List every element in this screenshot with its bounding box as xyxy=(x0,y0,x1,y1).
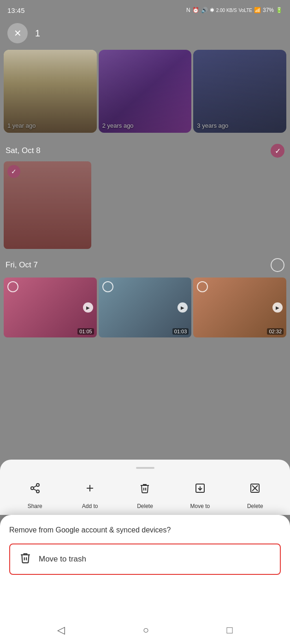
svg-point-1 xyxy=(31,487,34,490)
status-bar: 13:45 N ⏰ 🔊 ✱ 2.00 KB/S VoLTE 📶 37% 🔋 xyxy=(0,0,290,20)
move-label: Move to xyxy=(190,503,210,509)
video-play-icon-3: ▶ xyxy=(272,302,283,313)
photo-select-dot[interactable]: ✓ xyxy=(7,165,20,178)
move-to-trash-label: Move to trash xyxy=(39,555,86,564)
svg-line-4 xyxy=(33,486,36,488)
video-play-icon-1: ▶ xyxy=(83,302,93,313)
memory-label-1: 1 year ago xyxy=(7,122,36,129)
video-thumb-1[interactable]: ▶ 01:05 xyxy=(4,278,97,337)
video-duration-2: 01:03 xyxy=(172,328,189,335)
action-move[interactable]: Move to xyxy=(188,476,212,509)
memories-row: 1 year ago 2 years ago 3 years ago xyxy=(4,50,286,133)
signal-icon: 📶 xyxy=(254,7,261,13)
network-icon: VoLTE xyxy=(239,8,252,13)
status-time: 13:45 xyxy=(7,6,25,14)
back-button[interactable]: ◁ xyxy=(57,624,65,636)
section-header-fri: Fri, Oct 7 xyxy=(0,253,290,276)
video-select-dot-1[interactable] xyxy=(7,281,18,292)
data-speed: 2.00 KB/S xyxy=(216,8,237,13)
svg-point-2 xyxy=(36,490,39,493)
action-sheet: Share Add to Delete xyxy=(0,460,290,515)
memories-section: 1 year ago 2 years ago 3 years ago xyxy=(0,46,290,138)
video-thumb-3[interactable]: ▶ 02:32 xyxy=(193,278,286,337)
action-delete2[interactable]: Delete xyxy=(243,476,267,509)
status-icons: N ⏰ 🔊 ✱ 2.00 KB/S VoLTE 📶 37% 🔋 xyxy=(186,7,283,13)
selection-count: 1 xyxy=(35,28,40,39)
section-date-fri: Fri, Oct 7 xyxy=(6,260,38,270)
bluetooth-icon: 🔊 xyxy=(201,7,208,13)
choco-image xyxy=(99,50,192,133)
memory-thumb-2[interactable]: 2 years ago xyxy=(99,50,192,133)
delete-label: Delete xyxy=(137,503,153,509)
close-icon: ✕ xyxy=(14,28,22,39)
battery-percent: 37% xyxy=(263,7,274,13)
alarm-icon: ⏰ xyxy=(192,7,199,13)
top-bar: ✕ 1 xyxy=(0,20,290,46)
section-header-sat: Sat, Oct 8 ✓ xyxy=(0,138,290,161)
battery-icon: 🔋 xyxy=(276,7,283,13)
action-delete[interactable]: Delete xyxy=(133,476,157,509)
clothes-image xyxy=(193,50,286,133)
video-select-dot-3[interactable] xyxy=(197,281,208,292)
delete-icon xyxy=(133,476,157,500)
home-button[interactable]: ○ xyxy=(143,624,149,636)
action-add[interactable]: Add to xyxy=(78,476,102,509)
memory-label-2: 2 years ago xyxy=(102,122,134,129)
svg-line-3 xyxy=(33,489,36,491)
house-image xyxy=(4,50,97,133)
svg-point-0 xyxy=(36,484,39,486)
delete2-icon xyxy=(243,476,267,500)
video-duration-1: 01:05 xyxy=(77,328,94,335)
photo-grid-sat: ✓ xyxy=(0,161,290,249)
move-icon xyxy=(188,476,212,500)
video-duration-3: 02:32 xyxy=(267,328,284,335)
share-label: Share xyxy=(28,503,42,509)
share-icon xyxy=(23,476,47,500)
section-date-sat: Sat, Oct 8 xyxy=(6,146,41,155)
move-to-trash-button[interactable]: Move to trash xyxy=(9,544,281,575)
nav-bar: ◁ ○ □ xyxy=(0,616,290,644)
trash-icon xyxy=(19,552,31,567)
action-sheet-icons: Share Add to Delete xyxy=(0,476,290,509)
video-select-dot-2[interactable] xyxy=(102,281,113,292)
video-row-fri: ▶ 01:05 ▶ 01:03 ▶ 02:32 xyxy=(0,278,290,337)
photo-thumb-cooking[interactable]: ✓ xyxy=(4,161,91,249)
sheet-handle xyxy=(136,467,154,469)
select-all-sat[interactable]: ✓ xyxy=(271,144,284,158)
memory-thumb-1[interactable]: 1 year ago xyxy=(4,50,97,133)
action-share[interactable]: Share xyxy=(23,476,47,509)
video-play-icon-2: ▶ xyxy=(178,302,188,313)
select-all-fri[interactable] xyxy=(271,258,284,272)
dialog-title: Remove from Google account & synced devi… xyxy=(9,526,281,534)
memory-thumb-3[interactable]: 3 years ago xyxy=(193,50,286,133)
add-icon xyxy=(78,476,102,500)
video-thumb-2[interactable]: ▶ 01:03 xyxy=(99,278,192,337)
recents-button[interactable]: □ xyxy=(226,624,232,636)
close-button[interactable]: ✕ xyxy=(7,23,28,43)
bluetooth2-icon: ✱ xyxy=(210,7,214,13)
add-label: Add to xyxy=(82,503,98,509)
delete2-label: Delete xyxy=(247,503,263,509)
notification-icon: N xyxy=(186,7,190,13)
memory-label-3: 3 years ago xyxy=(197,122,228,129)
